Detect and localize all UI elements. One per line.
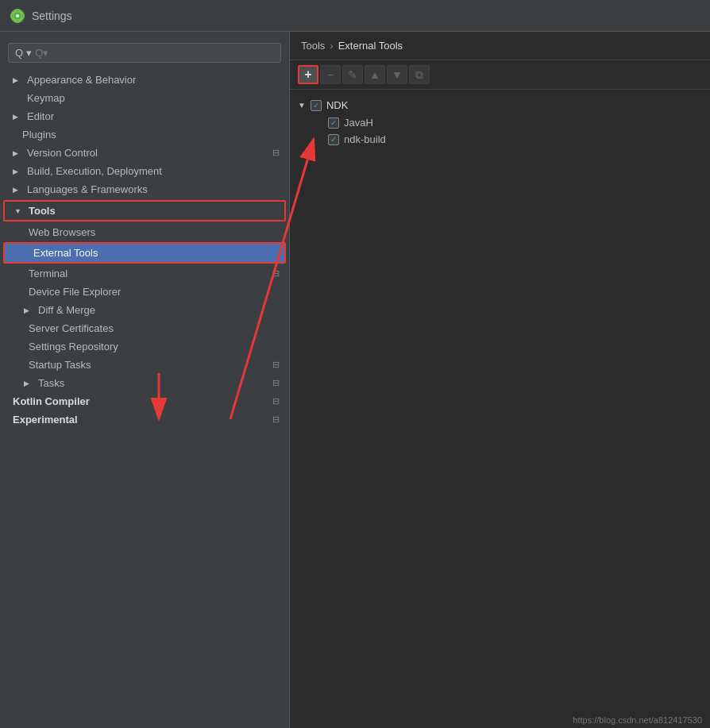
sidebar-item-editor[interactable]: ▶ Editor <box>0 107 289 125</box>
search-icon: Q <box>15 47 23 59</box>
sidebar-item-label: Settings Repository <box>29 341 118 352</box>
tool-item-javah[interactable]: JavaH <box>290 114 710 131</box>
sidebar-item-settings-repository[interactable]: Settings Repository <box>0 337 289 356</box>
sidebar-item-label: Terminal <box>29 268 68 279</box>
sidebar-item-label: Languages & Frameworks <box>27 183 148 195</box>
breadcrumb-root: Tools <box>301 40 325 52</box>
sidebar-item-experimental[interactable]: Experimental ⊟ <box>0 410 289 429</box>
arrow-icon: ▶ <box>24 306 33 314</box>
toolbar: + − ✎ ▲ ▼ ⧉ <box>290 60 710 90</box>
title-bar: Settings <box>0 0 710 32</box>
content-area: Tools › External Tools + − ✎ ▲ ▼ ⧉ ▼ NDK <box>290 32 710 728</box>
sidebar-item-version-control[interactable]: ▶ Version Control ⊟ <box>0 144 289 162</box>
terminal-icon: ⊟ <box>272 268 280 279</box>
sidebar-item-label: Plugins <box>22 129 56 141</box>
window-title: Settings <box>32 10 72 22</box>
sidebar-item-label: External Tools <box>33 247 98 259</box>
search-input[interactable] <box>35 47 274 59</box>
breadcrumb-current: External Tools <box>338 40 403 52</box>
sidebar-item-label: Server Certificates <box>29 322 114 334</box>
arrow-icon: ▶ <box>13 149 22 157</box>
sidebar-item-label: Editor <box>27 110 54 122</box>
arrow-icon: ▶ <box>13 76 22 84</box>
sidebar-item-label: Keymap <box>27 92 65 104</box>
sidebar-item-tasks[interactable]: ▶ Tasks ⊟ <box>0 374 289 392</box>
edit-button[interactable]: ✎ <box>342 65 363 84</box>
svg-point-3 <box>16 14 19 17</box>
ndk-build-checkbox[interactable] <box>328 134 339 145</box>
move-up-button[interactable]: ▲ <box>365 65 385 84</box>
arrow-icon: ▼ <box>14 207 24 215</box>
sidebar-item-label: Build, Execution, Deployment <box>27 165 162 177</box>
sidebar-item-label: Appearance & Behavior <box>27 74 136 86</box>
sidebar-item-label: Experimental <box>13 414 78 426</box>
arrow-icon: ▶ <box>13 113 22 121</box>
sidebar-item-label: Web Browsers <box>29 226 95 238</box>
tool-group-ndk[interactable]: ▼ NDK <box>290 96 710 114</box>
sidebar-item-startup-tasks[interactable]: Startup Tasks ⊟ <box>0 356 289 374</box>
tool-item-ndk-build[interactable]: ndk-build <box>290 131 710 148</box>
sidebar-item-label: Version Control <box>27 147 98 159</box>
sidebar-item-label: Diff & Merge <box>38 304 95 316</box>
arrow-icon: ▶ <box>13 168 22 175</box>
remove-button[interactable]: − <box>320 65 341 84</box>
main-container: Q ▾ ▶ Appearance & Behavior ▶ Keymap ▶ E… <box>0 32 710 728</box>
tasks-icon: ⊟ <box>272 378 280 388</box>
sidebar-item-device-file-explorer[interactable]: Device File Explorer <box>0 283 289 301</box>
external-tools-wrapper: External Tools <box>3 242 286 264</box>
watermark: https://blog.csdn.net/a812417530 <box>290 712 710 728</box>
sidebar-item-keymap[interactable]: ▶ Keymap <box>0 89 289 107</box>
sidebar-item-languages[interactable]: ▶ Languages & Frameworks <box>0 180 289 198</box>
move-down-button[interactable]: ▼ <box>387 65 407 84</box>
sidebar-item-diff-merge[interactable]: ▶ Diff & Merge <box>0 301 289 319</box>
sidebar-item-label: Device File Explorer <box>29 286 121 298</box>
sidebar-item-kotlin-compiler[interactable]: Kotlin Compiler ⊟ <box>0 392 289 410</box>
ndk-checkbox[interactable] <box>311 100 322 111</box>
tools-group-wrapper: ▼ Tools <box>3 200 286 221</box>
ndk-build-label: ndk-build <box>344 133 386 145</box>
sidebar-item-label: Tools <box>29 205 56 217</box>
experimental-icon: ⊟ <box>272 414 280 425</box>
breadcrumb-separator: › <box>330 40 333 52</box>
startup-icon: ⊟ <box>272 360 280 370</box>
sidebar-item-external-tools[interactable]: External Tools <box>5 244 284 262</box>
breadcrumb: Tools › External Tools <box>290 32 710 60</box>
app-logo <box>10 8 25 24</box>
sidebar-item-plugins[interactable]: Plugins <box>0 125 289 144</box>
javah-checkbox[interactable] <box>328 117 339 129</box>
arrow-icon: ▶ <box>24 379 33 387</box>
sidebar-item-terminal[interactable]: Terminal ⊟ <box>0 264 289 283</box>
sidebar-item-label: Tasks <box>38 377 64 389</box>
icon-indicator: ⊟ <box>272 148 280 158</box>
kotlin-icon: ⊟ <box>272 396 280 406</box>
search-dropdown-icon: ▾ <box>26 47 32 59</box>
tool-list: ▼ NDK JavaH ndk-build <box>290 90 710 712</box>
sidebar-item-web-browsers[interactable]: Web Browsers <box>0 223 289 241</box>
javah-label: JavaH <box>344 117 373 129</box>
sidebar-item-appearance[interactable]: ▶ Appearance & Behavior <box>0 71 289 89</box>
sidebar-item-label: Kotlin Compiler <box>13 395 90 407</box>
sidebar-item-server-certificates[interactable]: Server Certificates <box>0 319 289 337</box>
sidebar: Q ▾ ▶ Appearance & Behavior ▶ Keymap ▶ E… <box>0 32 290 728</box>
ndk-label: NDK <box>326 99 348 111</box>
arrow-icon: ▶ <box>13 186 22 194</box>
sidebar-item-label: Startup Tasks <box>29 359 91 371</box>
search-box[interactable]: Q ▾ <box>8 43 281 63</box>
sidebar-item-tools[interactable]: ▼ Tools <box>5 202 284 220</box>
copy-button[interactable]: ⧉ <box>409 65 430 84</box>
group-expand-arrow: ▼ <box>298 101 306 110</box>
add-button[interactable]: + <box>298 65 318 84</box>
sidebar-item-build[interactable]: ▶ Build, Execution, Deployment <box>0 162 289 180</box>
